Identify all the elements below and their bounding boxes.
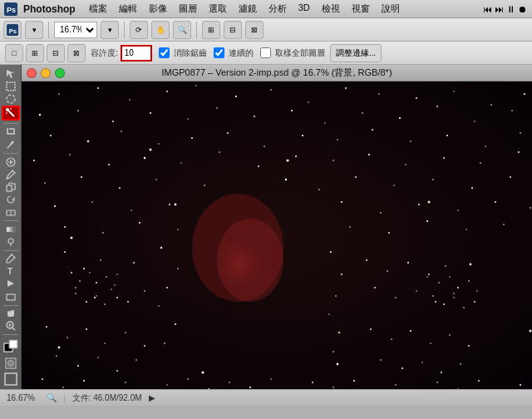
svg-point-115 — [102, 232, 104, 234]
svg-point-183 — [166, 384, 167, 385]
tool-crop[interactable] — [2, 126, 20, 138]
svg-point-49 — [524, 93, 525, 95]
svg-point-132 — [328, 313, 329, 314]
tool-brush[interactable] — [2, 169, 20, 180]
minimize-btn[interactable] — [41, 68, 51, 78]
svg-point-176 — [460, 363, 461, 365]
tool-pen[interactable] — [2, 253, 20, 264]
canvas-content[interactable] — [22, 81, 532, 389]
tool-zoom[interactable] — [2, 320, 20, 332]
status-zoom-icon: 🔍 — [47, 393, 57, 402]
tool-shape[interactable] — [2, 291, 20, 303]
maximize-btn[interactable] — [55, 68, 65, 78]
menu-layer[interactable]: 圖層 — [174, 1, 202, 17]
tool-marquee[interactable] — [2, 81, 20, 92]
menu-filter[interactable]: 濾鏡 — [234, 1, 262, 17]
options-bar-2: □ ⊞ ⊟ ⊠ 容許度: 消除鋸齒 連續的 取樣全部圖層 調整邊緣... — [0, 42, 532, 65]
status-forward-btn[interactable]: ▶ — [149, 393, 155, 402]
svg-point-68 — [191, 137, 193, 139]
new-selection-btn[interactable]: □ — [5, 44, 23, 62]
svg-point-80 — [108, 164, 110, 165]
svg-point-128 — [164, 343, 165, 344]
menubar: Ps Photoshop 檔案 編輯 影像 圖層 選取 濾鏡 分析 3D 檢視 … — [0, 0, 532, 18]
svg-point-105 — [91, 201, 93, 203]
anti-alias-checkbox[interactable] — [159, 47, 170, 58]
menu-file[interactable]: 檔案 — [84, 1, 112, 17]
svg-point-149 — [445, 265, 446, 267]
svg-point-147 — [407, 262, 409, 264]
tool-clone[interactable] — [2, 181, 20, 193]
subtract-selection-btn[interactable]: ⊟ — [47, 44, 65, 62]
svg-point-177 — [42, 378, 43, 380]
status-zoom: 16.67% — [7, 393, 40, 402]
anti-alias-group: 消除鋸齒 — [157, 47, 207, 59]
svg-point-58 — [324, 122, 325, 123]
svg-point-142 — [111, 288, 111, 289]
foreground-background-color[interactable] — [2, 339, 20, 354]
svg-point-102 — [471, 187, 473, 189]
menu-help[interactable]: 說明 — [377, 1, 405, 17]
tool-gradient[interactable] — [2, 224, 20, 235]
add-selection-btn[interactable]: ⊞ — [26, 44, 44, 62]
view-mode-btn1[interactable]: ⊞ — [202, 21, 220, 39]
menu-image[interactable]: 影像 — [144, 1, 172, 17]
tool-preset-btn[interactable]: ▾ — [25, 21, 43, 39]
screen-mode-btn[interactable] — [2, 372, 20, 386]
svg-point-99 — [355, 176, 357, 178]
menu-edit[interactable]: 編輯 — [114, 1, 142, 17]
quick-mask-btn[interactable] — [2, 357, 20, 370]
zoom-options-btn[interactable]: ▾ — [101, 21, 119, 39]
tool-magic-wand[interactable] — [2, 106, 20, 121]
svg-point-61 — [436, 106, 438, 107]
svg-point-167 — [391, 338, 392, 340]
view-mode-btn2[interactable]: ⊟ — [224, 21, 242, 39]
svg-point-55 — [216, 107, 218, 109]
adjust-edge-btn[interactable]: 調整邊緣... — [330, 44, 382, 62]
tool-type[interactable]: T — [2, 265, 20, 277]
svg-point-45 — [378, 93, 380, 95]
tool-dodge[interactable] — [2, 236, 20, 248]
svg-point-157 — [86, 328, 87, 330]
view-mode-btn3[interactable]: ⊠ — [245, 21, 264, 39]
contiguous-checkbox[interactable] — [214, 47, 224, 58]
tool-lasso[interactable] — [2, 93, 20, 105]
tool-eraser[interactable] — [2, 206, 20, 218]
sample-all-checkbox[interactable] — [260, 47, 271, 58]
svg-point-178 — [62, 387, 64, 388]
zoom-select[interactable]: 16.7% 25% 50% 100% — [54, 22, 97, 38]
svg-point-196 — [436, 382, 438, 383]
svg-point-163 — [97, 357, 98, 357]
hand-tool-btn[interactable]: ✋ — [151, 21, 170, 39]
svg-point-97 — [285, 179, 287, 180]
menu-view[interactable]: 檢視 — [317, 1, 345, 17]
tool-eyedropper[interactable] — [2, 139, 20, 150]
svg-point-134 — [332, 351, 334, 352]
tool-path-select[interactable] — [2, 278, 20, 289]
close-btn[interactable] — [27, 68, 37, 78]
svg-point-75 — [446, 135, 448, 136]
svg-point-155 — [46, 326, 47, 328]
menu-window[interactable]: 視窗 — [347, 1, 375, 17]
rotate-view-btn[interactable]: ⟳ — [130, 21, 148, 39]
ps-logo-btn[interactable]: Ps — [3, 21, 22, 39]
svg-point-36 — [58, 93, 60, 95]
tolerance-input[interactable] — [121, 45, 152, 62]
tool-hand[interactable] — [2, 308, 20, 319]
zoom-tool-btn[interactable]: 🔍 — [173, 21, 191, 39]
menu-select[interactable]: 選取 — [204, 1, 232, 17]
intersect-selection-btn[interactable]: ⊠ — [67, 44, 86, 62]
svg-point-87 — [368, 154, 370, 155]
tool-history-brush[interactable] — [2, 194, 20, 205]
svg-point-201 — [71, 237, 73, 239]
svg-point-76 — [485, 145, 485, 146]
menu-analysis[interactable]: 分析 — [264, 1, 292, 17]
menu-3d[interactable]: 3D — [293, 1, 315, 17]
svg-rect-28 — [9, 340, 17, 348]
svg-point-205 — [470, 264, 472, 266]
svg-rect-4 — [7, 82, 15, 91]
svg-point-71 — [302, 135, 303, 136]
tool-heal[interactable] — [2, 156, 20, 168]
svg-point-120 — [426, 220, 428, 222]
tool-arrow[interactable] — [2, 68, 20, 80]
canvas-area: IMGP0877 – Version 2-imp.psd @ 16.7% (背景… — [22, 65, 532, 389]
